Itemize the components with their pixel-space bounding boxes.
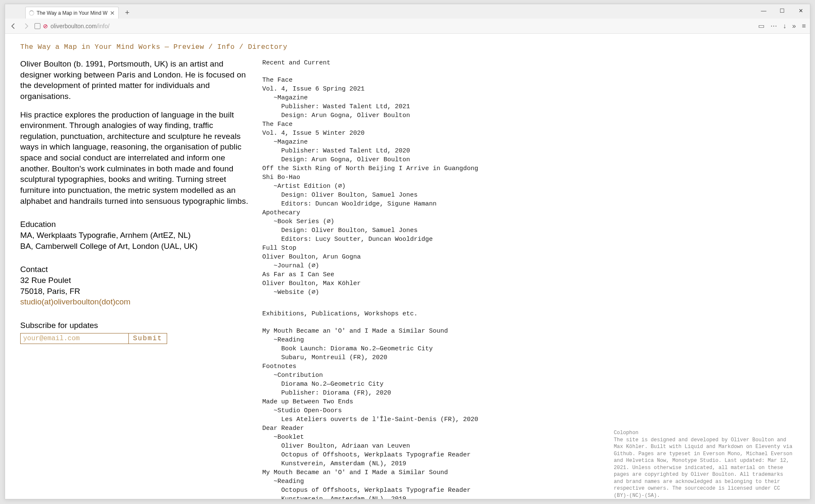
- page-actions-icon[interactable]: ⋯: [770, 22, 777, 30]
- list-item: The Face Vol. 4, Issue 6 Spring 2021 ~Ma…: [262, 76, 795, 120]
- list-item: Made up Between Two Ends ~Studio Open-Do…: [262, 397, 795, 424]
- bio-paragraph-2: His practice explores the production of …: [20, 109, 250, 207]
- back-button[interactable]: [9, 22, 18, 30]
- contact-block: Contact 32 Rue Poulet 75018, Paris, FR s…: [20, 264, 250, 307]
- breadcrumb-directory[interactable]: Directory: [248, 43, 288, 51]
- list-item: Footnotes ~Contribution Diorama No.2—Geo…: [262, 362, 795, 397]
- address-bar: ⊘ oliverboulton.com/info/ ▭ ⋯ ↓ » ≡: [5, 19, 810, 34]
- close-window-button[interactable]: ✕: [791, 4, 810, 17]
- contact-heading: Contact: [20, 264, 250, 275]
- bio-paragraph-1: Oliver Boulton (b. 1991, Portsmouth, UK)…: [20, 59, 250, 102]
- toolbar-right: ▭ ⋯ ↓ » ≡: [758, 22, 806, 30]
- submit-button[interactable]: Submit: [129, 333, 167, 344]
- list-item: The Face Vol. 4, Issue 5 Winter 2020 ~Ma…: [262, 120, 795, 164]
- colophon: Colophon The site is designed and develo…: [614, 429, 795, 499]
- subscribe-heading: Subscribe for updates: [20, 320, 250, 331]
- colophon-body: The site is designed and developed by Ol…: [614, 437, 795, 499]
- overflow-icon[interactable]: »: [792, 22, 796, 30]
- section-heading: Recent and Current: [262, 59, 795, 67]
- loading-spinner-icon: [29, 11, 34, 16]
- forward-button[interactable]: [22, 22, 30, 30]
- list-item: My Mouth Became an 'O' and I Made a Simi…: [262, 327, 795, 362]
- tab-bar: The Way a Map in Your Mind W ✕ +: [5, 4, 810, 19]
- page-content: The Way a Map in Your Mind Works — Previ…: [5, 34, 810, 499]
- menu-icon[interactable]: ≡: [802, 22, 806, 30]
- section-heading: Exhibitions, Publications, Workshops etc…: [262, 309, 795, 318]
- list-item: As Far as I Can See Oliver Boulton, Max …: [262, 270, 795, 297]
- contact-line: 75018, Paris, FR: [20, 286, 250, 297]
- url-text: oliverboulton.com/info/: [51, 23, 109, 29]
- window-controls: — ☐ ✕: [754, 4, 810, 17]
- education-block: Education MA, Werkplaats Typografie, Arn…: [20, 219, 250, 251]
- downloads-icon[interactable]: ↓: [783, 22, 786, 30]
- reader-mode-icon[interactable]: ▭: [758, 22, 764, 30]
- shield-icon: [35, 23, 40, 29]
- minimize-button[interactable]: —: [754, 4, 773, 17]
- breadcrumb: The Way a Map in Your Mind Works — Previ…: [20, 43, 795, 51]
- list-item: Full Stop Oliver Boulton, Arun Gogna ~Jo…: [262, 244, 795, 270]
- email-input[interactable]: [20, 333, 129, 344]
- contact-line: 32 Rue Poulet: [20, 275, 250, 286]
- breadcrumb-preview[interactable]: Preview: [173, 43, 204, 51]
- breadcrumb-title[interactable]: The Way a Map in Your Mind Works: [20, 43, 160, 51]
- education-line: BA, Camberwell College of Art, London (U…: [20, 241, 250, 252]
- arrow-right-icon: [23, 23, 29, 29]
- tab-title: The Way a Map in Your Mind W: [37, 10, 107, 16]
- new-tab-button[interactable]: +: [122, 8, 132, 18]
- browser-tab[interactable]: The Way a Map in Your Mind W ✕: [25, 7, 119, 19]
- insecure-lock-icon: ⊘: [43, 23, 48, 29]
- education-line: MA, Werkplaats Typografie, Arnhem (ArtEZ…: [20, 230, 250, 241]
- list-item: Off the Sixth Ring of North Beijing I Ar…: [262, 164, 795, 208]
- email-link[interactable]: studio(at)oliverboulton(dot)com: [20, 296, 250, 307]
- colophon-heading: Colophon: [614, 429, 795, 436]
- url-field[interactable]: ⊘ oliverboulton.com/info/: [35, 23, 754, 29]
- close-tab-icon[interactable]: ✕: [110, 10, 115, 16]
- subscribe-block: Subscribe for updates Submit: [20, 320, 250, 344]
- arrow-left-icon: [10, 23, 17, 29]
- breadcrumb-info[interactable]: Info: [217, 43, 235, 51]
- education-heading: Education: [20, 219, 250, 230]
- list-item: Apothecary ~Book Series (⌀) Design: Oliv…: [262, 208, 795, 244]
- left-column: Oliver Boulton (b. 1991, Portsmouth, UK)…: [20, 59, 250, 499]
- browser-window: — ☐ ✕ The Way a Map in Your Mind W ✕ + ⊘…: [5, 4, 810, 499]
- maximize-button[interactable]: ☐: [773, 4, 791, 17]
